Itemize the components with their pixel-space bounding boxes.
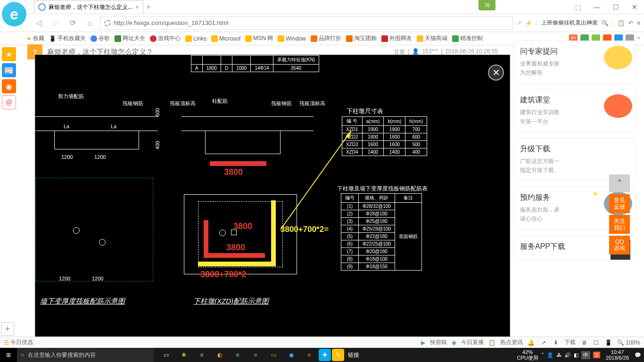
wall-caption: 墙下变厚度筏板配筋示意图	[40, 297, 125, 306]
history-icon[interactable]: ↶	[628, 20, 633, 26]
st-ico-5[interactable]: ☐	[593, 339, 600, 346]
site-icon	[104, 20, 111, 26]
size-table-title: 下柱墩尺寸表	[347, 107, 383, 115]
bookmark-brand[interactable]: 品牌打折	[311, 34, 341, 42]
tab-title: 麻烦老师，这个下柱墩怎么定义...	[49, 3, 132, 11]
flash-icon[interactable]: ⚡	[525, 20, 532, 26]
menu-icon[interactable]: ≡	[637, 20, 640, 26]
tray-net-icon[interactable]: 🖧	[556, 352, 561, 358]
bookmark-window[interactable]: Window	[278, 35, 306, 42]
sidebar-at-icon[interactable]: @	[2, 95, 16, 109]
cad-drawing: 承载力特征值(KN) A1800D100014Φ143540 下柱墩尺寸表 编 …	[35, 55, 510, 361]
app-ie-icon[interactable]: e	[229, 348, 246, 362]
start-button[interactable]: ⊞	[0, 348, 17, 362]
system-tray: 42%CPU使用 ˄ 👤 🖧 🔊 ◧ 中 S 10:472018/6/26 💬	[514, 349, 644, 361]
scroll-top-button[interactable]: ⌃	[609, 174, 630, 192]
tray-people-icon[interactable]: 👤	[547, 352, 553, 358]
arrow-icon	[266, 121, 361, 234]
taskbar-clock[interactable]: 10:472018/6/26	[603, 349, 632, 361]
ime-indicator[interactable]: 中	[581, 351, 590, 359]
app-5-icon[interactable]: ✚	[319, 349, 331, 361]
window-controls: ⬚ — ☐ ✕	[569, 0, 644, 14]
page-content: ? 麻烦老师，这个下柱墩怎么定义？ 甘肃| 👤153***| 2018-06-2…	[18, 45, 644, 335]
ime-sogou[interactable]: S	[593, 352, 600, 358]
minimize-button[interactable]: —	[587, 0, 606, 14]
reload-button[interactable]: ⟳	[66, 16, 79, 30]
bookmark-ms[interactable]: Microsof	[211, 35, 240, 42]
score-badge[interactable]: 76	[479, 0, 495, 10]
st-ico-1[interactable]: 🔔	[528, 339, 535, 346]
tray-notifications-icon[interactable]: 💬	[635, 352, 641, 358]
bookmark-mobile[interactable]: 📱手机收藏夹	[49, 34, 86, 42]
back-button[interactable]: ◁	[32, 16, 45, 30]
share-icon[interactable]: ↗	[517, 20, 521, 26]
add-tab-bottom[interactable]: +	[1, 322, 14, 336]
bookmark-links[interactable]: Links	[185, 35, 206, 42]
search-placeholder: 在这里输入你要搜索的内容	[28, 351, 96, 359]
new-tab-button[interactable]: +	[146, 3, 150, 11]
quickclip[interactable]: 快剪辑	[430, 338, 447, 346]
annotation-3800-a: 3800	[233, 222, 252, 231]
st-ico-3[interactable]: ⬇	[552, 339, 560, 346]
browser-logo[interactable]: e	[2, 2, 26, 26]
browser-tab[interactable]: 麻烦老师，这个下柱墩怎么定义... ×	[34, 0, 143, 14]
live-today[interactable]: 今日直播	[461, 338, 484, 346]
taskview-icon[interactable]: ▭	[157, 348, 174, 362]
windows-taskbar: ⊞ ○ 在这里输入你要搜索的内容 ▭ ✱ e ◐ e e ▭ ◉ e ✚ ✎ 链…	[0, 348, 644, 362]
tray-misc-icon[interactable]: ◧	[574, 352, 578, 358]
bookmark-foreign[interactable]: 外围网友	[381, 34, 412, 42]
card-classroom[interactable]: 建筑课堂 建筑行业实训教学第一平台	[514, 89, 636, 132]
cpu-meter[interactable]: 42%CPU使用	[517, 349, 538, 361]
app-ie2-icon[interactable]: e	[247, 348, 264, 362]
pip-button[interactable]: ⬚	[569, 0, 587, 14]
bookmark-google[interactable]: 谷歌	[91, 34, 110, 42]
app-1-icon[interactable]: ✱	[175, 348, 192, 362]
app-6-icon[interactable]: ✎	[332, 349, 344, 361]
bookmark-tmall[interactable]: 天猫商城	[417, 34, 447, 42]
download-icon[interactable]: 📋	[618, 20, 625, 26]
forward-button[interactable]: ▷	[49, 16, 62, 30]
xzd-caption: 下柱墩(XZD)配筋示意图	[193, 297, 269, 306]
titlebar: 麻烦老师，这个下柱墩怎么定义... × + ⬚ — ☐ ✕	[0, 0, 644, 14]
url-input[interactable]: http://e.fwxgx.com/question_1871301.html	[100, 16, 513, 30]
annotation-3800-top: 3800	[224, 167, 243, 177]
sidebar-favorite-icon[interactable]: ★	[2, 47, 16, 61]
bookmark-msn[interactable]: MSN 网	[245, 34, 273, 42]
st-ico-6[interactable]: 📱	[605, 339, 612, 346]
ext-expand-icon[interactable]: »	[637, 34, 640, 43]
qq-button[interactable]: QQ 咨询	[609, 236, 630, 255]
maximize-button[interactable]: ☐	[606, 0, 625, 14]
app-3-icon[interactable]: ◉	[283, 348, 300, 362]
bookmark-sites[interactable]: 网址大全	[115, 34, 145, 42]
bookmark-control[interactable]: 精准控制	[452, 34, 483, 42]
search-icon[interactable]: 🔍	[602, 20, 609, 26]
bookmark-taobao[interactable]: 淘宝团购	[346, 34, 377, 42]
tray-vol-icon[interactable]: 🔊	[564, 352, 571, 358]
sponsor-text[interactable]: 上班偷偷挂机竟出神装	[541, 19, 598, 27]
cortana-icon: ○	[21, 352, 24, 358]
app-4-icon[interactable]: e	[301, 348, 318, 362]
st-ico-2[interactable]: ↗	[540, 339, 547, 346]
close-button[interactable]: ✕	[625, 0, 644, 14]
sidebar-weibo-icon[interactable]: ◉	[2, 79, 16, 93]
today-pick[interactable]: 今日优选	[10, 338, 33, 346]
follow-button[interactable]: 关注 我们	[609, 215, 630, 234]
floating-actions: ⌃ 意见 反馈 关注 我们 QQ 咨询	[609, 174, 630, 255]
taskbar-link-label[interactable]: 链接	[345, 348, 362, 362]
app-explorer-icon[interactable]: ▭	[265, 348, 282, 362]
app-edge-icon[interactable]: e	[193, 348, 210, 362]
bookmark-games[interactable]: 游戏中心	[150, 34, 181, 42]
card-ask-expert[interactable]: 问专家提问 业界最权威专家为您解答	[514, 41, 636, 83]
hot-news[interactable]: 热点资讯	[500, 338, 523, 346]
tab-close-icon[interactable]: ×	[135, 3, 139, 11]
sidebar-news-icon[interactable]: 📰	[2, 63, 16, 77]
bookmark-fav[interactable]: ★收藏	[26, 34, 44, 42]
home-button[interactable]: ⌂	[83, 16, 96, 30]
cad-image-viewer: ✕ 承载力特征值(KN) A1800D100014Φ143540 下柱墩尺寸表 …	[35, 55, 510, 361]
feedback-button[interactable]: 意见 反馈	[609, 194, 630, 213]
zoom-level[interactable]: 🔍 100%	[617, 339, 640, 346]
taskbar-search[interactable]: ○ 在这里输入你要搜索的内容	[17, 348, 154, 362]
tray-up-icon[interactable]: ˄	[541, 352, 544, 358]
app-2-icon[interactable]: ◐	[211, 348, 228, 362]
st-ico-4[interactable]: 🖥	[580, 339, 588, 346]
